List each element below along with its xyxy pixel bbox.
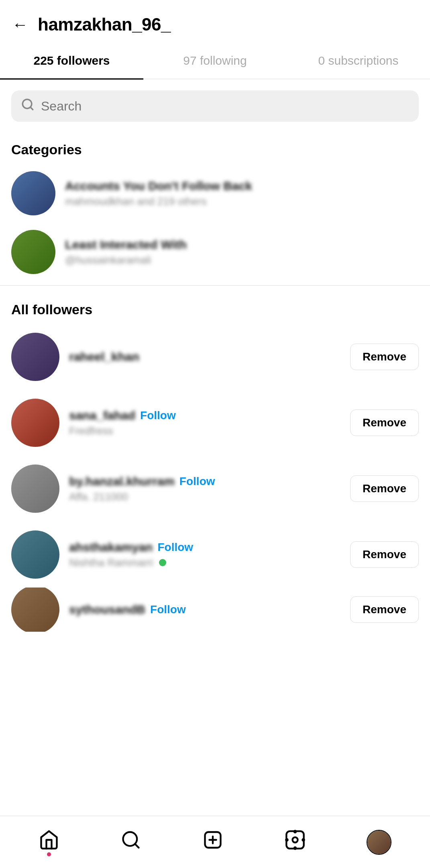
home-active-dot [47, 852, 51, 856]
all-followers-title: All followers [0, 290, 430, 324]
search-input[interactable] [41, 99, 409, 114]
follow-link-f5[interactable]: Follow [150, 603, 186, 616]
follower-info-f3: by.hanzal.khurram Follow Affa. 211000 [69, 475, 340, 503]
add-icon [202, 829, 223, 855]
category-sub-2: @hussainkaramali [65, 254, 187, 266]
divider-1 [0, 285, 430, 286]
follower-username-f3: by.hanzal.khurram [69, 475, 175, 488]
remove-button-f3[interactable]: Remove [350, 475, 419, 502]
follower-item-f2: sana_fahad Follow Fredfress Remove [0, 390, 430, 456]
follow-link-f4[interactable]: Follow [157, 541, 193, 554]
category-name-1: Accounts You Don't Follow Back [65, 179, 252, 193]
follower-username-f5: sythousandB [69, 603, 145, 616]
svg-line-3 [135, 844, 139, 848]
all-followers-section: All followers raheel_khan Remove sana_fa… [0, 290, 430, 632]
remove-button-f1[interactable]: Remove [350, 344, 419, 370]
back-button[interactable]: ← [12, 16, 28, 34]
page-title: hamzakhan_96_ [38, 14, 171, 35]
follower-username-f2: sana_fahad [69, 409, 135, 422]
svg-point-12 [302, 839, 304, 841]
svg-line-1 [31, 107, 33, 110]
tab-subscriptions[interactable]: 0 subscriptions [287, 43, 430, 79]
follower-info-f4: ahsthakamyan Follow Nishtha Rammarri [69, 540, 340, 569]
follower-subtext-f4: Nishtha Rammarri [69, 557, 153, 569]
category-avatar-1 [11, 171, 55, 215]
remove-button-f4[interactable]: Remove [350, 541, 419, 568]
svg-point-8 [292, 837, 298, 843]
follow-link-f2[interactable]: Follow [140, 409, 176, 422]
nav-home[interactable] [31, 825, 67, 859]
follower-avatar-f2 [11, 399, 59, 447]
search-container [0, 79, 430, 130]
follower-item-f3: by.hanzal.khurram Follow Affa. 211000 Re… [0, 456, 430, 522]
nav-profile[interactable] [359, 826, 399, 859]
categories-title: Categories [0, 130, 430, 164]
category-text-1: Accounts You Don't Follow Back mahmoudkh… [65, 179, 252, 208]
follower-subtext-f2: Fredfress [69, 425, 340, 437]
search-bar[interactable] [11, 90, 419, 122]
follower-avatar-f3 [11, 465, 59, 513]
follow-link-f3[interactable]: Follow [179, 475, 215, 488]
svg-point-11 [286, 839, 287, 841]
follower-info-f1: raheel_khan [69, 350, 340, 364]
tab-followers[interactable]: 225 followers [0, 43, 143, 79]
follower-avatar-f1 [11, 333, 59, 381]
reels-icon [285, 829, 306, 855]
follower-username-f4: ahsthakamyan [69, 540, 153, 554]
header: ← hamzakhan_96_ [0, 0, 430, 43]
search-icon [21, 98, 35, 115]
follower-info-f5: sythousandB Follow [69, 603, 340, 616]
follower-username-row-f3: by.hanzal.khurram Follow [69, 475, 340, 488]
remove-button-f2[interactable]: Remove [350, 409, 419, 436]
follower-item-f4: ahsthakamyan Follow Nishtha Rammarri Rem… [0, 522, 430, 588]
nav-reels[interactable] [277, 825, 314, 859]
svg-rect-7 [286, 831, 304, 848]
category-sub-1: mahmoudkhan and 219 others [65, 195, 252, 208]
bottom-nav [0, 816, 430, 868]
svg-point-9 [294, 831, 295, 832]
follower-username-row-f2: sana_fahad Follow [69, 409, 340, 422]
follower-subtext-f3: Affa. 211000 [69, 491, 340, 503]
tab-following[interactable]: 97 following [143, 43, 287, 79]
nav-search[interactable] [112, 825, 149, 859]
svg-point-10 [294, 847, 295, 849]
categories-section: Categories Accounts You Don't Follow Bac… [0, 130, 430, 281]
follower-username-row-f5: sythousandB Follow [69, 603, 340, 616]
tabs-bar: 225 followers 97 following 0 subscriptio… [0, 43, 430, 79]
follower-info-f2: sana_fahad Follow Fredfress [69, 409, 340, 437]
follower-username-f1: raheel_khan [69, 350, 139, 364]
nav-add[interactable] [194, 825, 231, 859]
profile-avatar-nav [367, 830, 391, 855]
category-item-least-interacted[interactable]: Least Interacted With @hussainkaramali [0, 223, 430, 281]
online-indicator-f4 [159, 559, 166, 566]
home-icon [39, 829, 59, 855]
follower-item-f5: sythousandB Follow Remove [0, 588, 430, 632]
follower-avatar-f5 [11, 588, 59, 632]
category-avatar-2 [11, 230, 55, 274]
category-name-2: Least Interacted With [65, 238, 187, 252]
follower-avatar-f4 [11, 530, 59, 579]
follower-item-f1: raheel_khan Remove [0, 324, 430, 390]
follower-username-row-f4: ahsthakamyan Follow [69, 540, 340, 554]
search-nav-icon [120, 829, 141, 855]
category-item-not-follow-back[interactable]: Accounts You Don't Follow Back mahmoudkh… [0, 164, 430, 223]
remove-button-f5[interactable]: Remove [350, 596, 419, 623]
follower-username-row-f1: raheel_khan [69, 350, 340, 364]
category-text-2: Least Interacted With @hussainkaramali [65, 238, 187, 266]
